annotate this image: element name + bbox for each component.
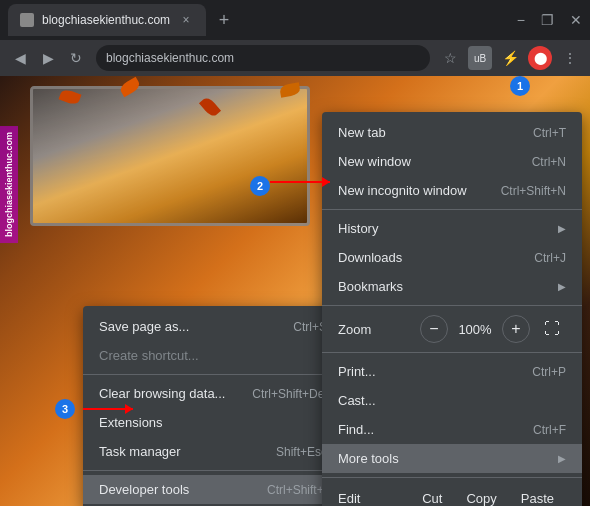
browser-top-bar: blogchiasekienthuc.com × + − ❐ ✕	[0, 0, 590, 40]
submenu-divider-1	[83, 374, 343, 375]
cut-button[interactable]: Cut	[410, 487, 454, 506]
maximize-button[interactable]: ❐	[541, 12, 554, 28]
toolbar-icons: ☆ uB ⚡ ⬤ ⋮	[438, 46, 582, 70]
extension-icon[interactable]: uB	[468, 46, 492, 70]
reload-button[interactable]: ↻	[64, 46, 88, 70]
menu-item-incognito[interactable]: New incognito window Ctrl+Shift+N	[322, 176, 582, 205]
watermark: blogchiasekienthuc.com	[0, 126, 18, 243]
back-button[interactable]: ◀	[8, 46, 32, 70]
menu-item-print[interactable]: Print... Ctrl+P	[322, 357, 582, 386]
menu-item-new-tab[interactable]: New tab Ctrl+T	[322, 118, 582, 147]
submenu-item-create-shortcut: Create shortcut...	[83, 341, 343, 370]
copy-button[interactable]: Copy	[454, 487, 508, 506]
extension2-icon[interactable]: ⚡	[498, 46, 522, 70]
fullscreen-button[interactable]: ⛶	[538, 315, 566, 343]
close-button[interactable]: ✕	[570, 12, 582, 28]
url-text: blogchiasekienthuc.com	[106, 51, 234, 65]
submenu-item-save-page[interactable]: Save page as... Ctrl+S	[83, 312, 343, 341]
new-tab-button[interactable]: +	[210, 6, 238, 34]
tab-favicon	[20, 13, 34, 27]
tab-bar: blogchiasekienthuc.com × +	[8, 4, 517, 36]
forward-button[interactable]: ▶	[36, 46, 60, 70]
menu-item-find[interactable]: Find... Ctrl+F	[322, 415, 582, 444]
submenu-item-task-manager[interactable]: Task manager Shift+Esc	[83, 437, 343, 466]
tab-title: blogchiasekienthuc.com	[42, 13, 170, 27]
menu-item-new-window[interactable]: New window Ctrl+N	[322, 147, 582, 176]
menu-divider-1	[322, 209, 582, 210]
badge-2: 2	[250, 176, 270, 196]
zoom-plus-button[interactable]: +	[502, 315, 530, 343]
menu-item-history[interactable]: History	[322, 214, 582, 243]
window-controls: − ❐ ✕	[517, 12, 582, 28]
arrow-3	[83, 408, 133, 410]
submenu-item-developer-tools[interactable]: Developer tools Ctrl+Shift+I	[83, 475, 343, 504]
arrow-2	[270, 181, 330, 183]
zoom-row: Zoom − 100% + ⛶	[322, 310, 582, 348]
menu-divider-2	[322, 305, 582, 306]
profile-icon[interactable]: ⬤	[528, 46, 552, 70]
badge-3: 3	[55, 399, 75, 419]
menu-button[interactable]: ⋮	[558, 46, 582, 70]
menu-item-downloads[interactable]: Downloads Ctrl+J	[322, 243, 582, 272]
nav-buttons: ◀ ▶ ↻	[8, 46, 88, 70]
badge-1: 1	[510, 76, 530, 96]
edit-row: Edit Cut Copy Paste	[322, 482, 582, 506]
zoom-minus-button[interactable]: −	[420, 315, 448, 343]
active-tab[interactable]: blogchiasekienthuc.com ×	[8, 4, 206, 36]
menu-divider-4	[322, 477, 582, 478]
url-bar[interactable]: blogchiasekienthuc.com	[96, 45, 430, 71]
menu-item-more-tools[interactable]: More tools	[322, 444, 582, 473]
context-menu: New tab Ctrl+T New window Ctrl+N New inc…	[322, 112, 582, 506]
menu-item-cast[interactable]: Cast...	[322, 386, 582, 415]
zoom-value: 100%	[456, 322, 494, 337]
paste-button[interactable]: Paste	[509, 487, 566, 506]
tab-close-button[interactable]: ×	[178, 12, 194, 28]
bookmark-icon[interactable]: ☆	[438, 46, 462, 70]
minimize-button[interactable]: −	[517, 12, 525, 28]
menu-item-bookmarks[interactable]: Bookmarks	[322, 272, 582, 301]
address-bar: ◀ ▶ ↻ blogchiasekienthuc.com ☆ uB ⚡ ⬤ ⋮ …	[0, 40, 590, 76]
submenu-divider-2	[83, 470, 343, 471]
arrow-3-container: 3	[55, 399, 133, 419]
browser-page: blogchiasekienthuc.com 2 Save page as...…	[0, 76, 590, 506]
car-image	[30, 86, 310, 226]
menu-divider-3	[322, 352, 582, 353]
